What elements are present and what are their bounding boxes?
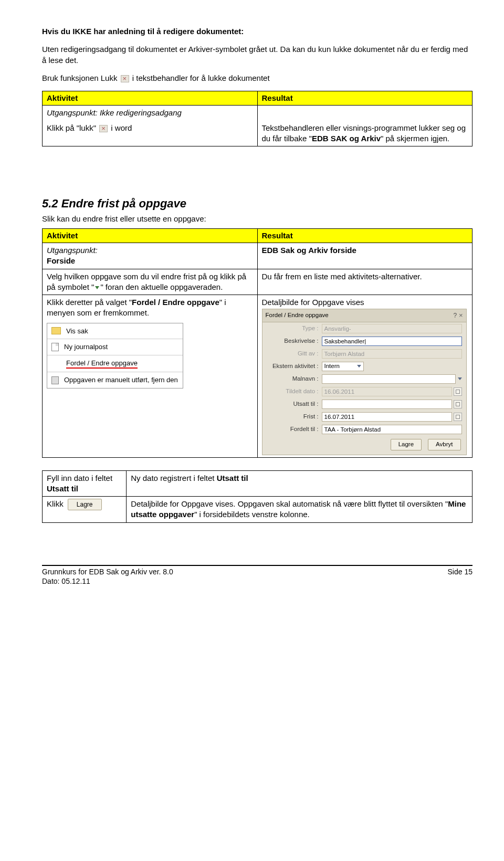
menu-item-ny-journalpost[interactable]: Ny journalpost: [47, 339, 183, 355]
footer-title: Grunnkurs for EDB Sak og Arkiv ver. 8.0: [42, 567, 173, 577]
menu-item-fordel[interactable]: Fordel / Endre oppgave: [47, 355, 183, 373]
cell-velg-oppgave: Velg hvilken oppgave som du vil endre fr…: [43, 269, 258, 295]
close-icon: [121, 75, 129, 82]
table-lagre: Fyll inn dato i feltet Utsatt til Ny dat…: [42, 470, 472, 523]
table-close-doc: Aktivitet Resultat Utgangspunkt: Ikke re…: [42, 91, 472, 146]
section-intro: Slik kan du endre frist eller utsette en…: [42, 214, 472, 224]
label-malnavn: Malnavn :: [267, 375, 322, 383]
table-endre-frist: Aktivitet Resultat Utgangspunkt: Forside…: [42, 228, 472, 458]
trash-icon: [51, 376, 59, 384]
th-aktivitet: Aktivitet: [43, 91, 258, 106]
avbryt-button[interactable]: Avbryt: [428, 439, 460, 450]
section-heading-52: 5.2 Endre frist på oppgave: [42, 196, 472, 212]
lagre-button-inline[interactable]: Lagre: [68, 499, 102, 510]
th-aktivitet: Aktivitet: [43, 228, 258, 243]
label-type: Type :: [267, 324, 322, 333]
footer-page: Side 15: [448, 567, 472, 587]
input-tildelt: 16.06.2011: [322, 387, 452, 396]
chevron-down-icon: [357, 365, 361, 368]
cell-fyll-r: Ny dato registrert i feltet Utsatt til: [127, 470, 472, 497]
select-ekstern[interactable]: Intern: [322, 362, 364, 371]
cell-utgangspunkt: Utgangspunkt: Ikke redigeringsadgang: [43, 106, 258, 121]
cell-velg-r: Du får frem en liste med aktivitets-alte…: [257, 269, 472, 295]
page-title: Hvis du IKKE har anledning til å rediger…: [42, 26, 472, 37]
cell-result-1: Tekstbehandleren eller visnings-programm…: [257, 121, 472, 146]
cell-detalj-2: Detaljbilde for Oppgave vises. Oppgaven …: [127, 497, 472, 523]
cell-forside-r: EDB Sak og Arkiv forside: [257, 243, 472, 269]
input-type: Ansvarlig-: [322, 324, 462, 333]
calendar-icon: [454, 387, 462, 396]
lagre-button[interactable]: Lagre: [391, 439, 422, 450]
folder-icon: [51, 327, 61, 334]
page-footer: Grunnkurs for EDB Sak og Arkiv ver. 8.0 …: [42, 565, 472, 587]
input-beskrivelse[interactable]: Saksbehandler|: [322, 337, 462, 346]
input-fordelt[interactable]: TAA - Torbjørn Alstad: [322, 425, 462, 434]
label-utsatt: Utsatt til :: [267, 400, 322, 408]
input-malnavn[interactable]: [322, 374, 456, 384]
label-frist: Frist :: [267, 413, 322, 421]
menu-item-vis-sak[interactable]: Vis sak: [47, 323, 183, 340]
cell-klikk-lagre: Klikk Lagre: [43, 497, 127, 523]
th-resultat: Resultat: [257, 91, 472, 106]
label-fordelt: Fordelt til :: [267, 425, 322, 434]
label-beskrivelse: Beskrivelse :: [267, 337, 322, 345]
footer-date: Dato: 05.12.11: [42, 576, 173, 586]
input-gitt-av: Torbjørn Alstad: [322, 349, 462, 359]
cell-klikk-lukk: Klikk på "lukk" i word: [43, 121, 258, 146]
label-gitt-av: Gitt av :: [267, 350, 322, 358]
intro-paragraph: Uten redigeringsadgang til dokumentet er…: [42, 44, 472, 66]
cell-detaljbilde: Detaljbilde for Oppgave vises Fordel / E…: [257, 295, 472, 457]
input-frist[interactable]: 16.07.2011: [322, 412, 452, 422]
cell-klikk-fordel: Klikk deretter på valget "Fordel / Endre…: [43, 295, 258, 457]
dialog-fordel-oppgave: Fordel / Endre oppgave ? Type : Ansvarli…: [262, 309, 467, 455]
close-icon: [99, 125, 108, 132]
menu-item-utfort[interactable]: Oppgaven er manuelt utført, fjern den: [47, 372, 183, 388]
document-icon: [51, 343, 59, 351]
input-utsatt[interactable]: [322, 400, 452, 409]
chevron-down-icon: [95, 286, 99, 289]
label-tildelt: Tildelt dato :: [267, 387, 322, 396]
context-menu: Vis sak Ny journalpost Fordel / Endre op…: [47, 323, 183, 388]
th-resultat: Resultat: [257, 228, 472, 243]
help-close-icons[interactable]: ?: [454, 311, 463, 320]
calendar-icon[interactable]: [454, 413, 462, 421]
label-ekstern: Ekstern aktivitet :: [267, 362, 322, 371]
chevron-down-icon[interactable]: [458, 377, 462, 380]
calendar-icon[interactable]: [454, 400, 462, 408]
cell-fyll-inn: Fyll inn dato i feltet Utsatt til: [43, 470, 127, 497]
dialog-title: Fordel / Endre oppgave: [266, 311, 329, 320]
bruk-line: Bruk funksjonen Lukk i tekstbehandler fo…: [42, 73, 472, 83]
cell-utgangspunkt-2: Utgangspunkt: Forside: [43, 243, 258, 269]
